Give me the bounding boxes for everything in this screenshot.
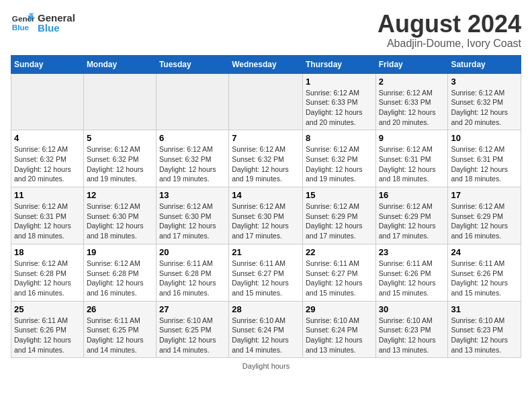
day-detail: Sunrise: 6:12 AM Sunset: 6:33 PM Dayligh… [379, 88, 445, 128]
calendar-cell: 23Sunrise: 6:11 AM Sunset: 6:26 PM Dayli… [375, 244, 448, 301]
day-number: 18 [14, 247, 81, 257]
day-number: 31 [451, 304, 518, 314]
day-detail: Sunrise: 6:12 AM Sunset: 6:30 PM Dayligh… [232, 201, 300, 241]
title-area: August 2024 Abadjin-Doume, Ivory Coast [378, 11, 521, 50]
calendar-table: SundayMondayTuesdayWednesdayThursdayFrid… [11, 55, 521, 359]
day-number: 17 [451, 190, 518, 200]
day-detail: Sunrise: 6:12 AM Sunset: 6:32 PM Dayligh… [451, 88, 518, 128]
calendar-cell: 6Sunrise: 6:12 AM Sunset: 6:32 PM Daylig… [156, 130, 228, 187]
day-number: 14 [232, 190, 300, 200]
day-number: 2 [379, 77, 445, 87]
calendar-day-header: Sunday [11, 55, 84, 73]
calendar-cell: 28Sunrise: 6:10 AM Sunset: 6:24 PM Dayli… [229, 301, 303, 358]
day-detail: Sunrise: 6:10 AM Sunset: 6:24 PM Dayligh… [306, 316, 373, 355]
calendar-cell: 5Sunrise: 6:12 AM Sunset: 6:32 PM Daylig… [83, 130, 156, 187]
page-title: August 2024 [378, 11, 521, 38]
calendar-week-row: 11Sunrise: 6:12 AM Sunset: 6:31 PM Dayli… [11, 187, 521, 244]
footer-label: Daylight hours [11, 362, 521, 370]
day-detail: Sunrise: 6:11 AM Sunset: 6:27 PM Dayligh… [306, 259, 373, 298]
day-detail: Sunrise: 6:12 AM Sunset: 6:31 PM Dayligh… [451, 144, 518, 184]
svg-text:Blue: Blue [12, 23, 30, 32]
calendar-cell: 21Sunrise: 6:11 AM Sunset: 6:27 PM Dayli… [229, 244, 303, 301]
day-number: 23 [379, 247, 445, 257]
day-number: 9 [379, 133, 445, 143]
day-number: 5 [87, 133, 153, 143]
day-detail: Sunrise: 6:11 AM Sunset: 6:27 PM Dayligh… [232, 259, 300, 298]
calendar-cell: 29Sunrise: 6:10 AM Sunset: 6:24 PM Dayli… [302, 301, 375, 358]
day-number: 15 [306, 190, 373, 200]
calendar-day-header: Friday [375, 55, 448, 73]
calendar-week-row: 1Sunrise: 6:12 AM Sunset: 6:33 PM Daylig… [11, 73, 521, 130]
calendar-week-row: 25Sunrise: 6:11 AM Sunset: 6:26 PM Dayli… [11, 301, 521, 358]
day-number: 19 [87, 247, 153, 257]
calendar-cell: 1Sunrise: 6:12 AM Sunset: 6:33 PM Daylig… [302, 73, 375, 130]
day-number: 11 [14, 190, 81, 200]
calendar-cell [156, 73, 228, 130]
day-detail: Sunrise: 6:12 AM Sunset: 6:30 PM Dayligh… [159, 201, 226, 241]
calendar-week-row: 18Sunrise: 6:12 AM Sunset: 6:28 PM Dayli… [11, 244, 521, 301]
logo-line1: General [38, 13, 75, 23]
calendar-cell: 7Sunrise: 6:12 AM Sunset: 6:32 PM Daylig… [229, 130, 303, 187]
day-number: 13 [159, 190, 226, 200]
day-number: 16 [379, 190, 445, 200]
calendar-cell: 31Sunrise: 6:10 AM Sunset: 6:23 PM Dayli… [448, 301, 521, 358]
day-detail: Sunrise: 6:12 AM Sunset: 6:32 PM Dayligh… [87, 144, 153, 184]
logo-line2: Blue [38, 23, 75, 33]
day-detail: Sunrise: 6:10 AM Sunset: 6:24 PM Dayligh… [232, 316, 300, 355]
day-number: 4 [14, 133, 81, 143]
calendar-cell [83, 73, 156, 130]
calendar-cell: 26Sunrise: 6:11 AM Sunset: 6:25 PM Dayli… [83, 301, 156, 358]
calendar-cell: 8Sunrise: 6:12 AM Sunset: 6:32 PM Daylig… [302, 130, 375, 187]
calendar-cell: 2Sunrise: 6:12 AM Sunset: 6:33 PM Daylig… [375, 73, 448, 130]
day-detail: Sunrise: 6:12 AM Sunset: 6:33 PM Dayligh… [306, 88, 373, 128]
day-detail: Sunrise: 6:11 AM Sunset: 6:28 PM Dayligh… [159, 259, 226, 298]
calendar-day-header: Saturday [448, 55, 521, 73]
calendar-cell: 18Sunrise: 6:12 AM Sunset: 6:28 PM Dayli… [11, 244, 84, 301]
day-number: 27 [159, 304, 226, 314]
day-number: 7 [232, 133, 300, 143]
day-number: 6 [159, 133, 226, 143]
day-detail: Sunrise: 6:11 AM Sunset: 6:26 PM Dayligh… [14, 316, 81, 355]
day-number: 22 [306, 247, 373, 257]
day-number: 12 [87, 190, 153, 200]
calendar-cell: 11Sunrise: 6:12 AM Sunset: 6:31 PM Dayli… [11, 187, 84, 244]
day-number: 26 [87, 304, 153, 314]
calendar-cell [229, 73, 303, 130]
day-detail: Sunrise: 6:11 AM Sunset: 6:26 PM Dayligh… [379, 259, 445, 298]
calendar-cell: 19Sunrise: 6:12 AM Sunset: 6:28 PM Dayli… [83, 244, 156, 301]
day-detail: Sunrise: 6:12 AM Sunset: 6:32 PM Dayligh… [232, 144, 300, 184]
calendar-cell: 17Sunrise: 6:12 AM Sunset: 6:29 PM Dayli… [448, 187, 521, 244]
day-detail: Sunrise: 6:12 AM Sunset: 6:29 PM Dayligh… [379, 201, 445, 241]
calendar-header-row: SundayMondayTuesdayWednesdayThursdayFrid… [11, 55, 521, 73]
day-number: 25 [14, 304, 81, 314]
calendar-cell: 3Sunrise: 6:12 AM Sunset: 6:32 PM Daylig… [448, 73, 521, 130]
day-detail: Sunrise: 6:12 AM Sunset: 6:31 PM Dayligh… [379, 144, 445, 184]
day-detail: Sunrise: 6:12 AM Sunset: 6:28 PM Dayligh… [87, 259, 153, 298]
calendar-cell: 14Sunrise: 6:12 AM Sunset: 6:30 PM Dayli… [229, 187, 303, 244]
day-detail: Sunrise: 6:12 AM Sunset: 6:29 PM Dayligh… [306, 201, 373, 241]
day-detail: Sunrise: 6:10 AM Sunset: 6:25 PM Dayligh… [159, 316, 226, 355]
day-number: 29 [306, 304, 373, 314]
page-subtitle: Abadjin-Doume, Ivory Coast [378, 38, 521, 50]
calendar-cell: 10Sunrise: 6:12 AM Sunset: 6:31 PM Dayli… [448, 130, 521, 187]
calendar-cell: 25Sunrise: 6:11 AM Sunset: 6:26 PM Dayli… [11, 301, 84, 358]
calendar-day-header: Tuesday [156, 55, 228, 73]
calendar-cell: 30Sunrise: 6:10 AM Sunset: 6:23 PM Dayli… [375, 301, 448, 358]
day-number: 3 [451, 77, 518, 87]
calendar-cell: 15Sunrise: 6:12 AM Sunset: 6:29 PM Dayli… [302, 187, 375, 244]
day-detail: Sunrise: 6:12 AM Sunset: 6:31 PM Dayligh… [14, 201, 81, 241]
calendar-week-row: 4Sunrise: 6:12 AM Sunset: 6:32 PM Daylig… [11, 130, 521, 187]
day-detail: Sunrise: 6:12 AM Sunset: 6:30 PM Dayligh… [87, 201, 153, 241]
day-detail: Sunrise: 6:11 AM Sunset: 6:25 PM Dayligh… [87, 316, 153, 355]
calendar-day-header: Thursday [302, 55, 375, 73]
day-number: 20 [159, 247, 226, 257]
day-number: 21 [232, 247, 300, 257]
day-number: 10 [451, 133, 518, 143]
day-number: 8 [306, 133, 373, 143]
calendar-cell: 12Sunrise: 6:12 AM Sunset: 6:30 PM Dayli… [83, 187, 156, 244]
calendar-cell: 4Sunrise: 6:12 AM Sunset: 6:32 PM Daylig… [11, 130, 84, 187]
logo-icon: General Blue [11, 11, 35, 35]
calendar-cell: 22Sunrise: 6:11 AM Sunset: 6:27 PM Dayli… [302, 244, 375, 301]
day-number: 1 [306, 77, 373, 87]
calendar-day-header: Monday [83, 55, 156, 73]
